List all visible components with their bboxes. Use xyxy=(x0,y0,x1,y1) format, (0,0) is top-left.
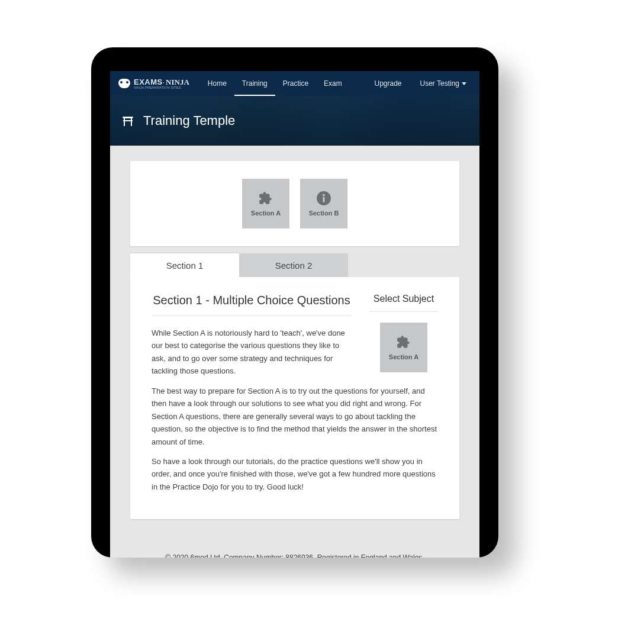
tile-label: Section B xyxy=(309,210,339,217)
user-menu-label: User Testing xyxy=(420,79,459,88)
tab-section-1[interactable]: Section 1 xyxy=(130,253,239,277)
subject-tile-section-a[interactable]: Section A xyxy=(380,323,427,372)
footer: © 2020 6med Ltd. Company Number: 8826936… xyxy=(130,552,459,558)
torii-gate-icon xyxy=(121,114,135,128)
user-menu[interactable]: User Testing xyxy=(410,79,471,88)
logo-suffix: NINJA xyxy=(166,78,189,86)
navbar: EXAMS·NINJA NINJA PREPARATION SITES Home… xyxy=(110,71,479,96)
nav-exam[interactable]: Exam xyxy=(316,71,350,96)
section-content-card: Section 1 - Multiple Choice Questions Wh… xyxy=(130,277,459,519)
section-selector-card: Section A Section B xyxy=(130,161,459,246)
select-subject-heading: Select Subject xyxy=(369,294,438,312)
logo-brand: EXAMS xyxy=(134,78,163,86)
ninja-mask-icon xyxy=(118,79,130,88)
tab-section-2[interactable]: Section 2 xyxy=(239,253,348,277)
section-heading: Section 1 - Multiple Choice Questions xyxy=(152,294,352,316)
hero-banner: Training Temple xyxy=(110,96,479,146)
nav-upgrade[interactable]: Upgrade xyxy=(366,71,409,96)
content-area: Section A Section B Section 1 Section 2 … xyxy=(110,146,479,558)
page-title: Training Temple xyxy=(143,113,235,128)
footer-company-link[interactable]: 6med Ltd. xyxy=(191,553,222,558)
section-paragraph: The best way to prepare for Section A is… xyxy=(152,385,438,448)
puzzle-icon xyxy=(258,191,273,206)
footer-copyright-pre: © 2020 xyxy=(165,553,190,558)
logo-tagline: NINJA PREPARATION SITES xyxy=(134,86,189,89)
logo[interactable]: EXAMS·NINJA NINJA PREPARATION SITES xyxy=(118,78,189,89)
footer-copyright-post: Company Number: 8826936. Registered in E… xyxy=(222,553,424,558)
nav-home[interactable]: Home xyxy=(200,71,234,96)
nav-practice[interactable]: Practice xyxy=(275,71,316,96)
tile-section-b[interactable]: Section B xyxy=(300,179,347,228)
nav-links: Home Training Practice Exam Upgrade User… xyxy=(200,71,471,96)
puzzle-icon xyxy=(396,334,411,350)
chevron-down-icon xyxy=(462,82,466,85)
device-frame: EXAMS·NINJA NINJA PREPARATION SITES Home… xyxy=(91,47,498,558)
select-subject-panel: Select Subject Section A xyxy=(369,294,438,372)
tile-label: Section A xyxy=(251,210,281,217)
section-paragraph: While Section A is notoriously hard to '… xyxy=(152,327,352,378)
app-screen: EXAMS·NINJA NINJA PREPARATION SITES Home… xyxy=(110,71,479,558)
info-icon xyxy=(316,191,331,206)
tile-label: Section A xyxy=(389,353,418,360)
svg-rect-1 xyxy=(323,197,324,202)
svg-point-2 xyxy=(323,194,325,197)
tile-section-a[interactable]: Section A xyxy=(242,179,289,228)
nav-training[interactable]: Training xyxy=(234,71,275,96)
section-paragraph: So have a look through our tutorials, do… xyxy=(152,455,438,493)
section-tabs: Section 1 Section 2 xyxy=(130,253,459,277)
